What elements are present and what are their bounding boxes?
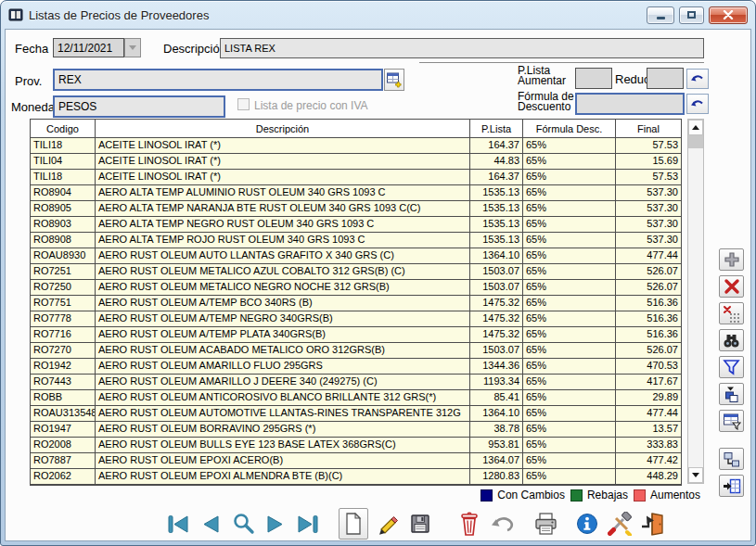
table-row[interactable]: RO2008 AERO RUST OLEUM BULLS EYE 123 BAS… — [31, 438, 681, 453]
cell-plista: 1475.32 — [470, 296, 523, 311]
send-to-grid-button[interactable] — [719, 475, 744, 497]
table-row[interactable]: RO8905 AERO ALTA TEMP NARANJA BTE RUST O… — [31, 201, 681, 217]
table-row[interactable]: ROBB AERO RUST OLEUM ANTICOROSIVO BLANCO… — [31, 390, 681, 406]
header-final[interactable]: Final — [616, 120, 681, 138]
maximize-button[interactable] — [679, 6, 704, 24]
iva-checkbox[interactable] — [237, 98, 250, 110]
cell-plista: 44.83 — [470, 154, 523, 170]
grid-toolbar — [719, 248, 744, 497]
undo-aumentar-button[interactable] — [686, 69, 709, 89]
previous-record-button[interactable] — [198, 510, 224, 538]
cell-final: 537.30 — [616, 185, 681, 201]
new-document-icon — [343, 512, 364, 536]
close-button[interactable] — [709, 6, 748, 24]
scroll-up-button[interactable] — [688, 120, 703, 135]
scrollbar-thumb[interactable] — [688, 135, 703, 148]
table-row[interactable]: RO8904 AERO ALTA TEMP ALUMINIO RUST OLEU… — [31, 185, 681, 201]
cell-descripcion: AERO RUST OLEUM EPOXI ALMENDRA BTE (B)(C… — [96, 469, 470, 485]
apply-grid-button[interactable] — [719, 410, 744, 432]
search-record-button[interactable] — [230, 510, 256, 538]
table-row[interactable]: ROAU8930 AERO RUST OLEUM AUTO LLANTAS GR… — [31, 248, 681, 264]
binoculars-icon — [723, 333, 740, 349]
table-row[interactable]: TILI18 ACEITE LINOSOL IRAT (*) 164.37 65… — [31, 170, 681, 185]
cell-formula-desc: 65% — [523, 375, 616, 390]
exit-button[interactable] — [639, 510, 665, 538]
cell-formula-desc: 65% — [523, 248, 616, 264]
cell-descripcion: AERO RUST OLEUM AUTO LLANTAS GRAFITO X 3… — [96, 248, 470, 264]
table-row[interactable]: RO7751 AERO RUST OLEUM A/TEMP BCO 340RS … — [31, 296, 681, 311]
undo-formula-button[interactable] — [686, 94, 709, 114]
header-plista[interactable]: P.Lista — [470, 120, 523, 138]
aumentar-field[interactable] — [575, 68, 612, 89]
cell-plista: 1364.10 — [470, 248, 523, 264]
cell-codigo: RO2008 — [31, 438, 96, 453]
prov-lookup-button[interactable] — [384, 69, 404, 91]
last-record-button[interactable] — [295, 510, 321, 538]
cell-formula-desc: 65% — [523, 422, 616, 438]
descripcion-label: Descripción — [163, 42, 226, 56]
descripcion-field[interactable]: LISTA REX — [220, 38, 704, 58]
cell-codigo: RO1942 — [31, 359, 96, 375]
prov-field[interactable]: REX — [53, 69, 383, 91]
cell-final: 526.07 — [616, 280, 681, 296]
exit-door-icon — [640, 512, 665, 537]
table-row[interactable]: RO2062 AERO RUST OLEUM EPOXI ALMENDRA BT… — [31, 469, 681, 485]
color-legend: Con Cambios Rebajas Aumentos — [481, 489, 700, 502]
table-row[interactable]: RO7443 AERO RUST OLEUM AMARILLO J DEERE … — [31, 375, 681, 390]
table-row[interactable]: RO7778 AERO RUST OLEUM A/TEMP NEGRO 340G… — [31, 311, 681, 327]
filter-button[interactable] — [719, 356, 744, 378]
cell-plista: 1503.07 — [470, 264, 523, 280]
table-row[interactable]: TILI04 ACEITE LINOSOL IRAT (*) 44.83 65%… — [31, 154, 681, 170]
tools-button[interactable] — [607, 510, 633, 538]
header-codigo[interactable]: Codigo — [31, 120, 96, 138]
price-table-body: TILI18 ACEITE LINOSOL IRAT (*) 164.37 65… — [31, 138, 681, 485]
table-row[interactable]: RO1947 AERO RUST OLEUM BORRAVINO 295GRS … — [31, 422, 681, 438]
copy-down-button[interactable] — [719, 383, 744, 405]
table-row[interactable]: RO7270 AERO RUST OLEUM ACABADO METALICO … — [31, 343, 681, 359]
header-descripcion[interactable]: Descripción — [96, 120, 470, 138]
table-row[interactable]: ROAU313548 AERO RUST OLEUM AUTOMOTIVE LL… — [31, 406, 681, 422]
first-record-button[interactable] — [165, 510, 191, 538]
table-row[interactable]: RO7251 AERO RUST OLEUM METALICO AZUL COB… — [31, 264, 681, 280]
fecha-field[interactable]: 12/11/2021 — [53, 38, 124, 57]
reducir-field[interactable] — [647, 68, 684, 89]
cell-codigo: RO8905 — [31, 201, 96, 217]
cell-formula-desc: 65% — [523, 327, 616, 343]
table-row[interactable]: RO8903 AERO ALTA TEMP NEGRO RUST OLEUM 3… — [31, 217, 681, 233]
table-row[interactable]: RO7250 AERO RUST OLEUM METALICO NEGRO NO… — [31, 280, 681, 296]
minimize-button[interactable] — [647, 6, 674, 24]
edit-record-button[interactable] — [375, 510, 401, 538]
formula-descuento-field[interactable] — [575, 93, 685, 115]
table-row[interactable]: RO7887 AERO RUST OLEUM EPOXI ACERO(B) 13… — [31, 453, 681, 469]
scroll-down-button[interactable] — [688, 467, 703, 483]
cell-final: 537.30 — [616, 217, 681, 233]
cell-final: 516.36 — [616, 327, 681, 343]
cell-plista: 164.37 — [470, 138, 523, 154]
table-row[interactable]: TILI18 ACEITE LINOSOL IRAT (*) 164.37 65… — [31, 138, 681, 154]
delete-button[interactable] — [456, 510, 482, 538]
link-button[interactable] — [719, 448, 744, 470]
clear-grid-button[interactable] — [719, 302, 744, 324]
undo-button[interactable] — [489, 510, 515, 538]
table-row[interactable]: RO7716 AERO RUST OLEUM A/TEMP PLATA 340G… — [31, 327, 681, 343]
print-button[interactable] — [532, 510, 558, 538]
table-scrollbar[interactable] — [687, 119, 704, 484]
legend-label: Rebajas — [587, 489, 628, 502]
find-button[interactable] — [719, 329, 744, 351]
new-record-button[interactable] — [339, 508, 368, 540]
delete-row-button[interactable] — [719, 275, 744, 298]
moneda-field[interactable]: PESOS — [53, 95, 225, 118]
red-x-icon — [724, 278, 740, 295]
add-row-button[interactable] — [719, 248, 744, 271]
table-row[interactable]: RO1942 AERO RUST OLEUM AMARILLO FLUO 295… — [31, 359, 681, 375]
header-formula-desc[interactable]: Fórmula Desc. — [523, 120, 616, 138]
fecha-dropdown-button[interactable] — [124, 38, 141, 57]
cell-final: 333.83 — [616, 438, 681, 453]
next-record-button[interactable] — [263, 510, 288, 538]
info-button[interactable] — [574, 510, 600, 538]
cell-final: 417.67 — [616, 375, 681, 390]
floppy-disk-icon — [409, 513, 431, 535]
cell-final: 448.29 — [616, 469, 681, 485]
save-button[interactable] — [407, 510, 433, 538]
table-row[interactable]: RO8908 AERO ALTA TEMP ROJO RUST OLEUM 34… — [31, 233, 681, 248]
